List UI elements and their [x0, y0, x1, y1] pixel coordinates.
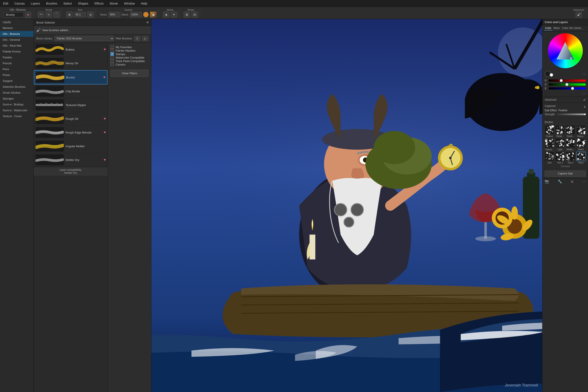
- opacity-btn-1[interactable]: ▣: [150, 12, 156, 18]
- brush-item-mottler-dry[interactable]: Mottler Dry♥: [34, 153, 108, 167]
- category-item-sponges[interactable]: Sponges: [0, 96, 34, 102]
- category-item-pens[interactable]: Pens: [0, 66, 34, 72]
- menu-movie[interactable]: Movie: [108, 1, 119, 6]
- brush-heart-mottler-dry[interactable]: ♥: [104, 158, 106, 162]
- filter-checkbox-cloners[interactable]: [110, 63, 114, 66]
- brush-heart-brushy[interactable]: ♥: [104, 75, 106, 79]
- category-item-pencils[interactable]: Pencils: [0, 60, 34, 66]
- category-item-palette-knives[interactable]: Palette Knives: [0, 48, 34, 54]
- category-item-selection-brushes[interactable]: Selection Brushes: [0, 84, 34, 90]
- category-item-texture-cover[interactable]: Texture : Cover: [0, 113, 34, 119]
- menu-window[interactable]: Window: [122, 1, 136, 6]
- filter-checkbox-painter-masters[interactable]: [110, 49, 114, 52]
- bristle-item-feather[interactable]: Feath...: [566, 125, 575, 138]
- brush-heart-rough-edge-blender[interactable]: ♥: [104, 130, 106, 134]
- brush-item-chip-bristle[interactable]: Chip Bristle: [34, 84, 108, 98]
- bristle-item-coarse[interactable]: Coarse: [545, 125, 554, 138]
- bristle-item-thin2[interactable]: Thin 2: [566, 152, 575, 164]
- stroke-btn-1[interactable]: 〜: [38, 12, 44, 18]
- canvas-area[interactable]: Jeremiah Trammell: [151, 19, 542, 392]
- advanced-brush-icon[interactable]: 🖌: [583, 98, 586, 101]
- opacity-swatch-1[interactable]: [143, 12, 149, 18]
- panel-more-icon[interactable]: ⋯: [582, 180, 586, 184]
- menu-select[interactable]: Select: [62, 1, 73, 6]
- bristle-item-detail[interactable]: Detail...: [555, 125, 565, 138]
- menu-shapes[interactable]: Shapes: [77, 1, 90, 6]
- menu-brushes[interactable]: Brushes: [45, 1, 58, 6]
- red-slider[interactable]: [548, 80, 586, 82]
- size-circle-btn[interactable]: ◎: [87, 12, 94, 18]
- blue-slider[interactable]: [548, 87, 586, 90]
- menu-canvas[interactable]: Canvas: [13, 1, 26, 6]
- color-options-icon[interactable]: ⋯: [582, 72, 586, 76]
- brush-item-rough-edge-blender[interactable]: Rough Edge Blender♥: [34, 126, 108, 140]
- green-slider[interactable]: [548, 84, 586, 86]
- bristle-item-worn[interactable]: Worn: [576, 152, 586, 164]
- category-item-sumi-watercolor[interactable]: Sumi-e : Watercolor: [0, 107, 34, 113]
- brush-item-textured-stipple[interactable]: Textured Stipple: [34, 98, 108, 112]
- advanced-brush-btn[interactable]: 🖌: [576, 12, 582, 18]
- shape-btn-2[interactable]: ⁂: [192, 12, 198, 18]
- category-item-oils-bravura[interactable]: Oils : Bravura: [0, 31, 34, 37]
- filter-item-thick-paint-compatible[interactable]: Thick Paint Compatible: [110, 59, 148, 63]
- filter-item-stamps[interactable]: ✓Stamps: [110, 52, 148, 56]
- category-item-markers[interactable]: Markers: [0, 25, 34, 31]
- brush-heart-btn[interactable]: ♥: [25, 12, 31, 18]
- library-select[interactable]: Painter 2022 Brushes: [54, 36, 114, 41]
- shape-btn-1[interactable]: ⊞: [184, 12, 190, 18]
- filter-checkbox-stamps[interactable]: ✓: [110, 52, 114, 56]
- category-item-liquify[interactable]: Liquify: [0, 19, 34, 25]
- tab-color[interactable]: Color: [544, 26, 552, 30]
- category-item-sargent[interactable]: Sargent: [0, 78, 34, 84]
- bristle-item-notch[interactable]: Notch: [576, 138, 586, 151]
- filter-item-painter-masters[interactable]: Painter Masters: [110, 49, 148, 52]
- panel-icon-1[interactable]: 📷: [545, 180, 549, 184]
- bristle-item-soft[interactable]: Soft: [545, 152, 554, 164]
- brush-heart-rough-oil[interactable]: ♥: [104, 117, 106, 121]
- menu-help[interactable]: Help: [140, 1, 148, 6]
- brush-heart-buttery[interactable]: ♥: [104, 48, 106, 52]
- category-item-oils-realwet[interactable]: Oils : Real Wet: [0, 43, 34, 48]
- filter-funnel-btn[interactable]: ▽: [134, 36, 140, 41]
- size-lock-btn[interactable]: ⊕: [66, 12, 73, 18]
- secondary-color-swatch[interactable]: [550, 73, 553, 77]
- tab-color-set[interactable]: Color Set Librari...: [561, 26, 584, 30]
- bristle-item-impres[interactable]: Impres...: [545, 138, 554, 151]
- bristle-item-heavy[interactable]: Heavy...: [576, 125, 586, 138]
- filter-item-cloners[interactable]: Cloners: [110, 63, 148, 66]
- color-wheel[interactable]: [548, 33, 583, 68]
- filter-checkbox-my-favorites[interactable]: [110, 45, 114, 49]
- filter-checkbox-watercolor-compatible[interactable]: [110, 56, 114, 59]
- stroke-btn-2[interactable]: ∿: [46, 12, 52, 18]
- filter-item-my-favorites[interactable]: My Favorites: [110, 45, 148, 49]
- category-item-oils-general[interactable]: Oils : General: [0, 37, 34, 43]
- media-btn-2[interactable]: ✦: [171, 12, 177, 18]
- brush-item-messy-oil[interactable]: Messy Oil: [34, 56, 108, 70]
- color-wheel-area[interactable]: [542, 32, 588, 70]
- tab-mixer[interactable]: Mixer: [553, 26, 561, 30]
- brush-item-angular-mottler[interactable]: Angular Mottler: [34, 140, 108, 153]
- clear-filters-btn[interactable]: Clear Filters: [110, 70, 148, 77]
- panel-icon-2[interactable]: 🔧: [558, 180, 562, 184]
- slider-options-icon[interactable]: ⋯: [582, 91, 586, 96]
- filter-item-watercolor-compatible[interactable]: Watercolor Compatible: [110, 56, 148, 59]
- bristle-item-thin1[interactable]: Thin 1: [555, 152, 565, 164]
- category-item-pastels[interactable]: Pastels: [0, 54, 34, 60]
- panel-icon-3[interactable]: ⚔: [570, 180, 574, 184]
- category-item-smart-strokes[interactable]: Smart Strokes: [0, 90, 34, 96]
- size-input[interactable]: [74, 12, 86, 17]
- filter-checkbox-thick-paint-compatible[interactable]: [110, 59, 114, 63]
- brush-item-buttery[interactable]: Buttery♥: [34, 43, 108, 56]
- menu-effects[interactable]: Effects: [93, 1, 105, 6]
- capture-dab-btn[interactable]: Capture Dab: [545, 170, 586, 176]
- brush-item-rough-oil[interactable]: Rough Oil♥: [34, 112, 108, 126]
- bristle-item-light[interactable]: Light: [555, 138, 565, 151]
- menu-layers[interactable]: Layers: [30, 1, 42, 6]
- category-item-photo[interactable]: Photo: [0, 72, 34, 78]
- menu-edit[interactable]: Edit: [2, 1, 10, 6]
- brush-selector-menu-icon[interactable]: ≡: [146, 20, 148, 24]
- bristle-item-medium[interactable]: Mediu...: [566, 138, 575, 151]
- opacity-bleed-input[interactable]: [130, 12, 142, 17]
- stroke-btn-3[interactable]: ⌒: [53, 12, 60, 18]
- filter-extra-btn[interactable]: ▷: [142, 36, 148, 41]
